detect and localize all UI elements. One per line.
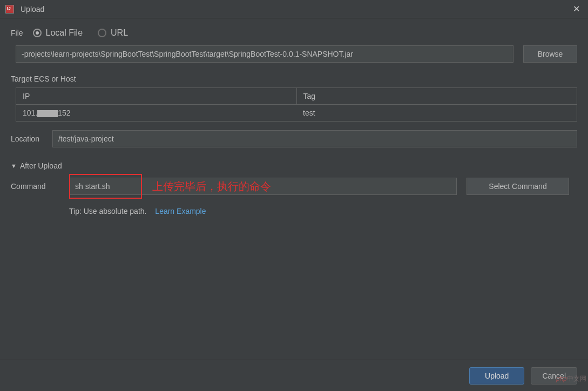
target-table: IP Tag 101.152 test: [16, 87, 577, 122]
learn-example-link[interactable]: Learn Example: [155, 207, 206, 215]
dialog-footer: Upload Cancel: [0, 360, 588, 391]
file-label: File: [11, 29, 23, 37]
radio-icon: [33, 29, 42, 37]
cell-ip: 101.152: [16, 105, 296, 121]
command-label: Command: [11, 182, 69, 191]
radio-local-file[interactable]: Local File: [33, 28, 83, 38]
cancel-button[interactable]: Cancel: [531, 367, 577, 385]
tip-text: Tip: Use absolute path.: [69, 207, 146, 215]
close-icon[interactable]: ✕: [570, 4, 583, 14]
upload-button[interactable]: Upload: [469, 367, 524, 385]
col-tag: Tag: [297, 88, 577, 104]
triangle-down-icon: ▼: [11, 163, 17, 169]
title-bar: Upload ✕: [0, 0, 588, 18]
cell-tag: test: [296, 105, 577, 121]
radio-url[interactable]: URL: [98, 28, 128, 38]
radio-icon: [98, 29, 106, 37]
browse-button[interactable]: Browse: [523, 45, 577, 63]
redacted-ip: [37, 110, 58, 117]
col-ip: IP: [16, 88, 297, 104]
location-label: Location: [11, 134, 39, 143]
file-path-input[interactable]: [16, 45, 513, 63]
table-row[interactable]: 101.152 test: [16, 105, 577, 121]
after-upload-toggle[interactable]: ▼ After Upload: [11, 161, 577, 170]
select-command-button[interactable]: Select Command: [467, 178, 569, 195]
radio-url-label: URL: [111, 28, 128, 38]
radio-local-label: Local File: [46, 28, 83, 38]
location-input[interactable]: [52, 130, 577, 147]
after-upload-label: After Upload: [20, 161, 62, 170]
command-input[interactable]: [69, 178, 457, 195]
target-label: Target ECS or Host: [11, 75, 577, 83]
dialog-title: Upload: [21, 5, 570, 14]
app-icon: [5, 5, 14, 14]
